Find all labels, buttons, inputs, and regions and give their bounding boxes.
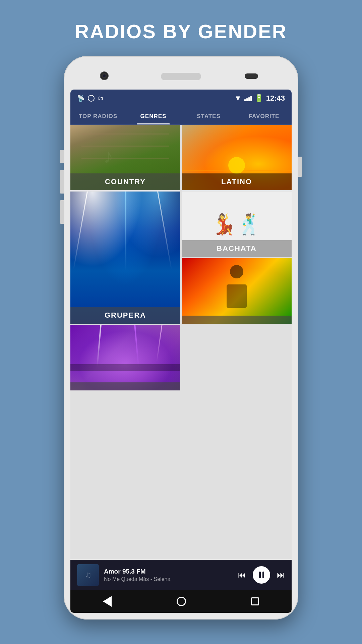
sd-card-icon: 🗂 [98,95,103,101]
genre-card-country[interactable]: COUNTRY [70,125,180,190]
volume-down-button [60,170,64,194]
radio-broadcast-icon: 📡 [77,95,84,102]
status-bar: 📡 🗂 ▼ 🔋 12:43 [70,90,292,107]
home-circle-icon [177,597,186,606]
status-right-icons: ▼ 🔋 12:43 [234,94,285,103]
front-camera [101,72,108,79]
player-bar: Amor 95.3 FM No Me Queda Más - Selena ⏮ … [70,560,292,590]
genre-card-reggae[interactable] [182,258,292,324]
next-button[interactable]: ⏭ [277,570,285,580]
tab-states[interactable]: STATES [181,107,236,124]
phone-frame: 📡 🗂 ▼ 🔋 12:43 TOP RADIOS [64,56,298,620]
player-controls: ⏮ ⏭ [238,566,285,584]
bottom-nav [70,590,292,613]
power-button [298,157,302,177]
prev-button[interactable]: ⏮ [238,570,246,580]
home-button[interactable] [177,597,186,606]
recents-button[interactable] [251,597,259,605]
time-display: 12:43 [266,94,285,103]
signal-icon [244,95,252,101]
player-station-name: Amor 95.3 FM [104,568,233,575]
silent-button [60,200,64,224]
play-pause-button[interactable] [253,566,270,584]
page-title: RADIOS BY GENDER [75,20,287,43]
genre-card-grupera[interactable]: GRUPERA [70,192,180,324]
genre-grid: COUNTRY LATINO [70,125,292,560]
phone-screen: 📡 🗂 ▼ 🔋 12:43 TOP RADIOS [70,90,292,613]
front-sensor [245,73,258,79]
genre-label-latino: LATINO [221,177,252,186]
recents-square-icon [251,597,259,605]
player-info: Amor 95.3 FM No Me Queda Más - Selena [104,568,233,582]
player-song-name: No Me Queda Más - Selena [104,576,233,582]
tab-genres[interactable]: GENRES [126,107,181,124]
wifi-icon: ▼ [234,94,242,103]
genre-label-bachata: BACHATA [217,244,257,253]
nav-tabs: TOP RADIOS GENRES STATES FAVORITE [70,107,292,125]
phone-top-bar [70,63,292,90]
volume-up-button [60,150,64,163]
genre-card-purple[interactable] [70,325,180,390]
genre-card-bachata[interactable]: BACHATA [182,192,292,257]
battery-icon: 🔋 [254,94,263,103]
tab-top-radios[interactable]: TOP RADIOS [70,107,126,124]
circle-status-icon [88,95,95,102]
back-arrow-icon [103,596,112,607]
tab-favorite[interactable]: FAVORITE [236,107,292,124]
back-button[interactable] [103,596,112,607]
genre-label-country: COUNTRY [105,177,146,186]
status-left-icons: 📡 🗂 [77,95,103,102]
genre-label-grupera: GRUPERA [105,311,146,319]
player-thumbnail [77,564,99,586]
earpiece [161,73,201,80]
genre-card-latino[interactable]: LATINO [182,125,292,190]
